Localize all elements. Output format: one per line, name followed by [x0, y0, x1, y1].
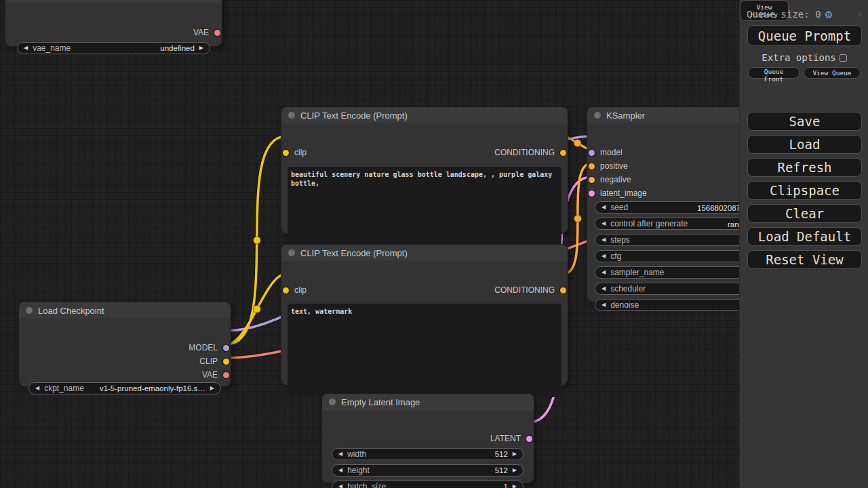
collapse-dot-icon[interactable] — [594, 112, 601, 119]
load-button[interactable]: Load — [747, 135, 862, 154]
load-default-button[interactable]: Load Default — [747, 227, 862, 246]
node-titlebar: CLIP Text Encode (Prompt) — [281, 245, 568, 261]
latent-output-label: LATENT — [490, 434, 521, 443]
node-titlebar: Load Checkpoint — [19, 302, 231, 319]
widget-value: v1-5-pruned-emaonly-fp16.s… — [100, 384, 205, 392]
latent-output-port[interactable] — [526, 436, 532, 442]
positive-input-label: positive — [600, 161, 628, 171]
queue-size-label: Queue size: 0 — [747, 9, 821, 20]
clear-button[interactable]: Clear — [747, 204, 862, 223]
widget-label: cfg — [610, 251, 621, 261]
increment-arrow-icon[interactable]: ▶ — [210, 382, 214, 394]
extra-options-label: Extra options — [762, 52, 836, 63]
link-midpoint-dot[interactable] — [574, 140, 581, 147]
link-midpoint-dot[interactable] — [254, 237, 261, 244]
settings-gear-icon[interactable]: ⚙ — [825, 8, 833, 20]
control-panel: Queue size: 0 ⚙ ✕ Queue Prompt Extra opt… — [739, 0, 868, 488]
widget-label: seed — [610, 203, 628, 212]
widget-label: sampler_name — [610, 268, 664, 277]
conditioning-output-port[interactable] — [560, 150, 566, 156]
widget-label: height — [347, 466, 370, 475]
queue-front-button[interactable]: Queue Front — [748, 67, 800, 79]
decrement-arrow-icon[interactable]: ◀ — [601, 299, 606, 311]
height-widget[interactable]: ◀ height 512 ▶ — [332, 464, 524, 476]
clip-input-port[interactable] — [283, 150, 289, 156]
node-graph-canvas[interactable]: VAE ◀ vae_name undefined ▶ CLIP Text Enc… — [0, 0, 868, 488]
decrement-arrow-icon[interactable]: ◀ — [24, 42, 28, 54]
latent-image-input-port[interactable] — [589, 190, 595, 197]
decrement-arrow-icon[interactable]: ◀ — [601, 266, 606, 279]
conditioning-output-label: CONDITIONING — [494, 285, 555, 295]
clip-input-port[interactable] — [283, 287, 289, 293]
clip-output-label: CLIP — [199, 357, 218, 366]
extra-options-checkbox[interactable] — [840, 54, 847, 62]
link-midpoint-dot[interactable] — [574, 215, 582, 222]
clip-input-label: clip — [294, 285, 307, 295]
positive-prompt-textarea[interactable]: beautiful scenery nature glass bottle la… — [288, 167, 561, 245]
node-empty-latent-image[interactable]: Empty Latent Image LATENT ◀ width 512 ▶ … — [322, 394, 534, 483]
batch-size-widget[interactable]: ◀ batch_size 1 ▶ — [332, 481, 524, 488]
node-load-checkpoint[interactable]: Load Checkpoint MODEL CLIP VAE ◀ ckpt_na… — [19, 302, 231, 386]
node-load-vae[interactable]: VAE ◀ vae_name undefined ▶ — [5, 0, 222, 46]
node-clip-text-encode-negative[interactable]: CLIP Text Encode (Prompt) clip CONDITION… — [281, 245, 568, 385]
model-output-port[interactable] — [223, 345, 229, 351]
positive-input-port[interactable] — [589, 163, 595, 169]
node-title: Empty Latent Image — [341, 397, 420, 407]
widget-label: steps — [610, 235, 630, 245]
clip-input-label: clip — [294, 148, 307, 157]
increment-arrow-icon[interactable]: ▶ — [513, 464, 517, 476]
decrement-arrow-icon[interactable]: ◀ — [601, 250, 606, 262]
widget-label: denoise — [610, 300, 639, 310]
node-titlebar: CLIP Text Encode (Prompt) — [281, 107, 568, 123]
save-button[interactable]: Save — [747, 112, 862, 131]
increment-arrow-icon[interactable]: ▶ — [513, 448, 517, 460]
node-titlebar: Empty Latent Image — [322, 394, 534, 410]
widget-value: undefined — [160, 44, 195, 52]
close-icon[interactable]: ✕ — [856, 7, 863, 20]
widget-label: vae_name — [33, 43, 71, 53]
ckpt-name-widget[interactable]: ◀ ckpt_name v1-5-pruned-emaonly-fp16.s… … — [28, 382, 221, 394]
increment-arrow-icon[interactable]: ▶ — [199, 42, 203, 54]
widget-value: 512 — [495, 466, 508, 474]
node-title: CLIP Text Encode (Prompt) — [300, 110, 408, 121]
vae-output-label: VAE — [193, 28, 209, 37]
collapse-dot-icon[interactable] — [26, 307, 33, 314]
widget-label: ckpt_name — [44, 384, 84, 393]
negative-input-label: negative — [600, 175, 631, 184]
model-input-port[interactable] — [589, 150, 595, 156]
vae-name-widget[interactable]: ◀ vae_name undefined ▶ — [17, 42, 210, 54]
clipspace-button[interactable]: Clipspace — [747, 181, 862, 200]
conditioning-output-port[interactable] — [560, 287, 566, 293]
view-queue-button[interactable]: View Queue — [804, 67, 861, 79]
refresh-button[interactable]: Refresh — [747, 158, 862, 177]
decrement-arrow-icon[interactable]: ◀ — [338, 464, 342, 476]
widget-value: 1 — [503, 483, 507, 488]
vae-output-port[interactable] — [214, 30, 220, 36]
queue-prompt-button[interactable]: Queue Prompt — [747, 25, 862, 46]
decrement-arrow-icon[interactable]: ◀ — [601, 234, 606, 246]
vae-output-label: VAE — [202, 370, 218, 380]
negative-input-port[interactable] — [589, 177, 595, 183]
collapse-dot-icon[interactable] — [288, 249, 295, 256]
decrement-arrow-icon[interactable]: ◀ — [35, 382, 39, 394]
decrement-arrow-icon[interactable]: ◀ — [338, 448, 342, 460]
node-title: CLIP Text Encode (Prompt) — [300, 248, 408, 258]
latent-image-input-label: latent_image — [600, 188, 647, 198]
decrement-arrow-icon[interactable]: ◀ — [601, 201, 606, 214]
reset-view-button[interactable]: Reset View — [747, 250, 862, 269]
collapse-dot-icon[interactable] — [329, 399, 336, 405]
width-widget[interactable]: ◀ width 512 ▶ — [332, 448, 524, 460]
decrement-arrow-icon[interactable]: ◀ — [601, 218, 606, 230]
node-clip-text-encode-positive[interactable]: CLIP Text Encode (Prompt) clip CONDITION… — [281, 107, 568, 233]
link-midpoint-dot[interactable] — [254, 306, 261, 313]
node-title: KSampler — [606, 110, 645, 121]
negative-prompt-textarea[interactable]: text, watermark — [288, 304, 561, 397]
vae-output-port[interactable] — [223, 372, 229, 378]
widget-value: 1566802087 — [697, 203, 741, 214]
increment-arrow-icon[interactable]: ▶ — [513, 481, 517, 488]
clip-output-port[interactable] — [223, 359, 229, 365]
decrement-arrow-icon[interactable]: ◀ — [338, 481, 342, 488]
decrement-arrow-icon[interactable]: ◀ — [601, 283, 606, 295]
widget-label: batch_size — [347, 482, 386, 488]
collapse-dot-icon[interactable] — [288, 112, 295, 119]
